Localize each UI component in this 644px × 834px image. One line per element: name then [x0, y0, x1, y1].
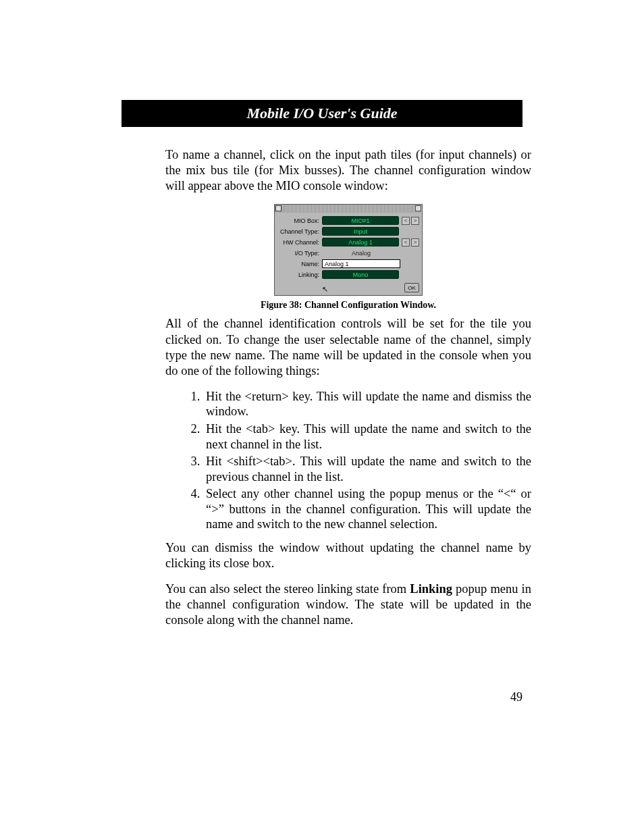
step-4: Select any other channel using the popup…	[203, 486, 531, 532]
channel-type-label: Channel Type:	[277, 228, 322, 235]
page-content: To name a channel, click on the input pa…	[165, 147, 531, 639]
figure-caption: Figure 38: Channel Configuration Window.	[261, 300, 436, 311]
cursor-icon: ↖	[322, 285, 328, 294]
channel-type-popup[interactable]: Input	[322, 227, 399, 236]
hw-channel-label: HW Channel:	[277, 239, 322, 246]
header-title: Mobile I/O User's Guide	[246, 105, 397, 122]
linking-popup[interactable]: Mono	[322, 270, 399, 279]
hw-channel-next-button[interactable]: >	[411, 238, 419, 246]
hw-channel-prev-button[interactable]: <	[402, 238, 410, 246]
name-label: Name:	[277, 261, 322, 267]
io-type-label: I/O Type:	[277, 250, 322, 257]
paragraph-2: All of the channel identification contro…	[165, 316, 531, 379]
figure-38: MIO Box: MIO#1 < > Channel Type: Input H…	[165, 204, 531, 311]
hw-channel-popup[interactable]: Analog 1	[322, 238, 399, 246]
paragraph-3: You can dismiss the window without updat…	[165, 540, 531, 571]
mio-box-next-button[interactable]: >	[411, 217, 419, 225]
io-type-value: Analog	[322, 250, 400, 257]
page-number: 49	[510, 690, 522, 704]
paragraph-intro: To name a channel, click on the input pa…	[165, 147, 531, 194]
step-3: Hit <shift><tab>. This will update the n…	[203, 454, 531, 484]
mio-box-label: MIO Box:	[277, 217, 322, 224]
close-icon[interactable]	[275, 205, 281, 211]
linking-bold: Linking	[410, 582, 452, 596]
mio-box-prev-button[interactable]: <	[402, 217, 410, 225]
mio-box-popup[interactable]: MIO#1	[322, 216, 399, 225]
steps-list: Hit the <return> key. This will update t…	[165, 389, 531, 532]
paragraph-4a: You can also select the stereo linking s…	[165, 582, 410, 596]
name-input[interactable]: Analog 1	[322, 259, 400, 268]
window-titlebar	[275, 205, 422, 213]
step-2: Hit the <tab> key. This will update the …	[203, 421, 531, 452]
zoom-icon[interactable]	[415, 205, 421, 211]
paragraph-4: You can also select the stereo linking s…	[165, 581, 531, 628]
linking-label: Linking:	[277, 271, 322, 278]
page-header: Mobile I/O User's Guide	[122, 100, 522, 127]
ok-button[interactable]: OK	[404, 283, 419, 292]
step-1: Hit the <return> key. This will update t…	[203, 389, 531, 419]
channel-config-window: MIO Box: MIO#1 < > Channel Type: Input H…	[274, 204, 423, 296]
